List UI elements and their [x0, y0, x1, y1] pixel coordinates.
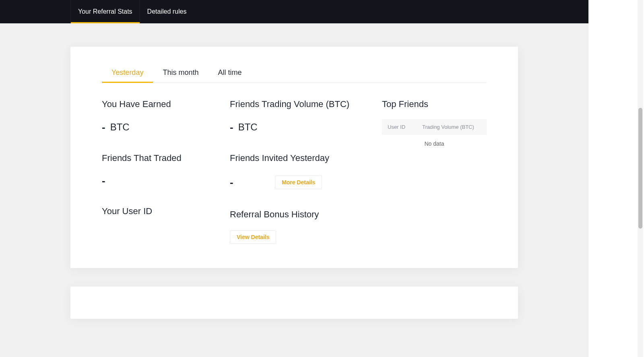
topnav-tab-referral-stats[interactable]: Your Referral Stats	[70, 0, 140, 23]
tab-this-month[interactable]: This month	[153, 63, 208, 83]
stat-user-id: Your User ID	[102, 206, 230, 227]
page-content: Yesterday This month All time You Have E…	[0, 23, 588, 319]
topnav-tab-label: Your Referral Stats	[78, 8, 132, 15]
topnav-tab-label: Detailed rules	[147, 8, 187, 15]
top-friends-table-header: User ID Trading Volume (BTC)	[382, 119, 487, 135]
stat-value-number: -	[230, 122, 233, 132]
tab-label: This month	[163, 68, 198, 76]
more-details-button[interactable]: More Details	[275, 175, 322, 189]
stat-label: Friends Trading Volume (BTC)	[230, 99, 382, 109]
stat-label: You Have Earned	[102, 99, 230, 109]
stats-column-mid: Friends Trading Volume (BTC) - BTC Frien…	[230, 99, 382, 244]
scrollbar-thumb[interactable]	[638, 108, 642, 229]
stat-label: Friends Invited Yesterday	[230, 153, 382, 163]
stat-label: Friends That Traded	[102, 153, 230, 163]
top-friends-empty: No data	[382, 135, 487, 153]
column-header-user-id: User ID	[388, 124, 422, 130]
button-label: More Details	[282, 179, 315, 186]
stat-value-unit: BTC	[110, 122, 130, 133]
top-friends-panel: Top Friends User ID Trading Volume (BTC)…	[382, 99, 487, 244]
stat-value-unit: BTC	[238, 122, 258, 133]
column-header-trading-volume: Trading Volume (BTC)	[422, 124, 481, 130]
vertical-scrollbar[interactable]	[638, 0, 643, 357]
tab-yesterday[interactable]: Yesterday	[102, 63, 153, 83]
stat-value: - BTC	[230, 122, 382, 133]
top-nav: Your Referral Stats Detailed rules	[0, 0, 588, 23]
stat-label: Your User ID	[102, 206, 230, 217]
stat-value: - BTC	[102, 122, 230, 133]
top-friends-title: Top Friends	[382, 99, 487, 109]
next-card	[70, 287, 518, 319]
stat-friends-traded: Friends That Traded -	[102, 153, 230, 186]
right-whitespace	[588, 0, 644, 357]
stats-grid: You Have Earned - BTC Friends That Trade…	[102, 99, 487, 244]
stat-label: Referral Bonus History	[230, 209, 382, 220]
tab-all-time[interactable]: All time	[208, 63, 251, 83]
button-label: View Details	[237, 234, 269, 240]
topnav-tab-detailed-rules[interactable]: Detailed rules	[140, 0, 194, 23]
stat-value-number: -	[102, 175, 105, 186]
tab-label: Yesterday	[111, 68, 143, 76]
stat-value-number: -	[230, 177, 233, 188]
stats-column-left: You Have Earned - BTC Friends That Trade…	[102, 99, 230, 244]
stat-friends-invited: Friends Invited Yesterday - More Details	[230, 153, 382, 189]
stat-value: -	[230, 177, 268, 188]
stat-trading-volume: Friends Trading Volume (BTC) - BTC	[230, 99, 382, 133]
stat-value-row: - More Details	[230, 175, 382, 189]
stat-value-number: -	[102, 122, 105, 132]
stats-card: Yesterday This month All time You Have E…	[70, 47, 518, 268]
stat-bonus-history: Referral Bonus History View Details	[230, 209, 382, 244]
view-details-button[interactable]: View Details	[230, 230, 276, 244]
tab-label: All time	[218, 68, 242, 76]
period-tabs: Yesterday This month All time	[102, 63, 487, 83]
stat-earned: You Have Earned - BTC	[102, 99, 230, 133]
stat-value: -	[102, 175, 230, 186]
